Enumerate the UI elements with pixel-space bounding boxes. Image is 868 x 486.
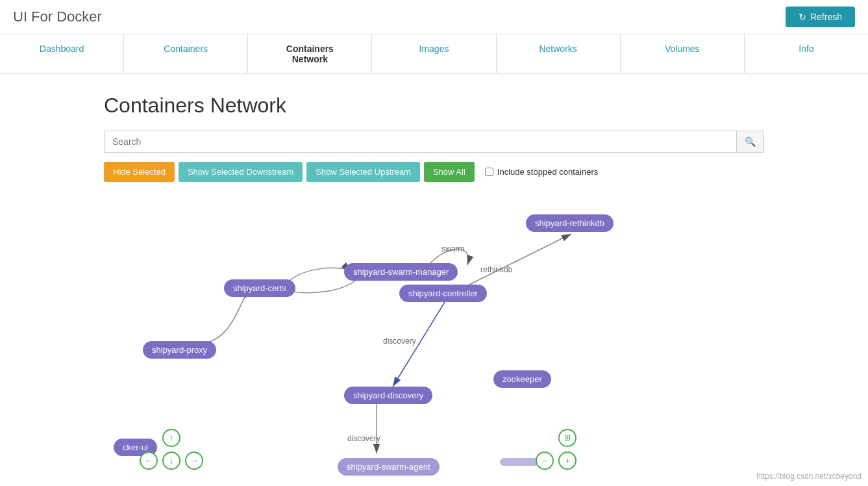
circle-plus-icon[interactable]: +	[558, 452, 577, 470]
nav-networks[interactable]: Networks	[497, 34, 621, 73]
nav-containers[interactable]: Containers	[124, 34, 248, 73]
circle-right-icon[interactable]: →	[185, 452, 203, 470]
circle-up-icon[interactable]: ↑	[162, 429, 180, 447]
action-bar: Hide Selected Show Selected Downstream S…	[104, 162, 764, 182]
refresh-button[interactable]: ↻ Refresh	[786, 6, 855, 27]
node-rethinkdb[interactable]: shipyard-rethinkdb	[526, 214, 614, 232]
node-proxy[interactable]: shipyard-proxy	[143, 341, 216, 359]
search-button[interactable]: 🔍	[736, 131, 764, 153]
show-upstream-button[interactable]: Show Selected Upstream	[306, 162, 420, 182]
graph-area: shipyard-rethinkdb shipyard-swarm-manage…	[104, 195, 764, 486]
node-controller[interactable]: shipyard-controller	[399, 285, 487, 302]
node-swarm-manager[interactable]: shipyard-swarm-manager	[344, 263, 458, 281]
search-bar: 🔍	[104, 131, 764, 153]
show-downstream-button[interactable]: Show Selected Downstream	[179, 162, 303, 182]
circle-minus-icon[interactable]: −	[536, 452, 554, 470]
graph-svg	[104, 195, 764, 486]
app-title: UI For Docker	[13, 8, 102, 25]
node-swarm-agent[interactable]: shipyard-swarm-agent	[338, 458, 440, 476]
edge-label-rethinkdb: rethinkdb	[480, 265, 512, 274]
refresh-icon: ↻	[799, 12, 806, 22]
edge-label-discovery1: discovery	[383, 337, 416, 346]
main-nav: Dashboard Containers ContainersNetwork I…	[0, 34, 868, 74]
node-discovery[interactable]: shipyard-discovery	[344, 387, 432, 404]
include-stopped-checkbox[interactable]	[485, 168, 493, 176]
node-certs[interactable]: shipyard-certs	[224, 279, 295, 297]
node-zookeeper[interactable]: zookeeper	[493, 370, 551, 388]
node-extra[interactable]	[500, 458, 539, 466]
search-icon: 🔍	[745, 136, 756, 147]
circle-left-icon[interactable]: ←	[140, 452, 158, 470]
page-title: Containers Network	[104, 94, 764, 118]
nav-info[interactable]: Info	[745, 34, 868, 73]
show-all-button[interactable]: Show All	[424, 162, 475, 182]
refresh-label: Refresh	[810, 12, 842, 22]
circle-expand-icon[interactable]: ⊞	[558, 429, 577, 447]
nav-images[interactable]: Images	[372, 34, 496, 73]
nav-volumes[interactable]: Volumes	[621, 34, 745, 73]
watermark: https://blog.csdn.net/xcbeyond	[756, 472, 862, 481]
svg-line-2	[464, 234, 571, 287]
edge-label-swarm: swarm	[441, 244, 464, 253]
circle-down-icon[interactable]: ↓	[162, 452, 180, 470]
hide-selected-button[interactable]: Hide Selected	[104, 162, 175, 182]
edge-label-discovery2: discovery	[347, 434, 380, 443]
search-input[interactable]	[104, 131, 736, 153]
nav-containers-network[interactable]: ContainersNetwork	[248, 34, 372, 73]
nav-dashboard[interactable]: Dashboard	[0, 34, 124, 73]
include-stopped-label: Include stopped containers	[485, 167, 598, 177]
